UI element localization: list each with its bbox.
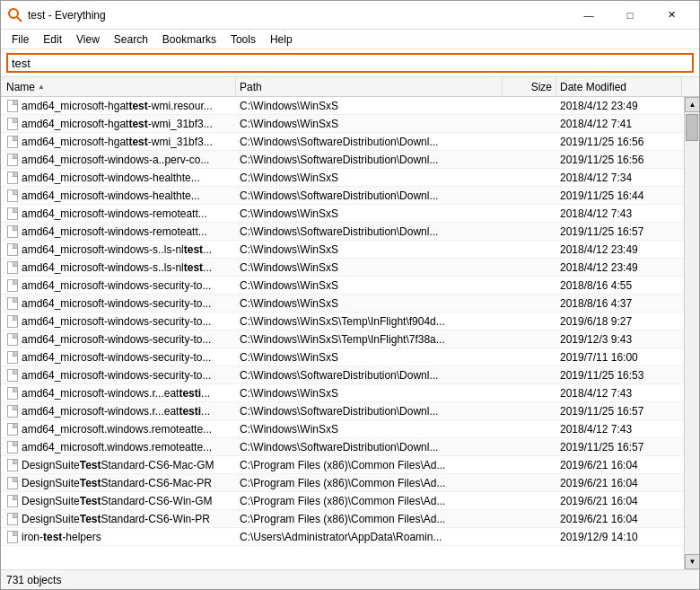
file-name-text: amd64_microsoft-windows-security-to...	[22, 333, 211, 346]
cell-name: amd64_microsoft-hgattest-wmi.resour...	[3, 100, 236, 112]
table-row[interactable]: amd64_microsoft.windows.remoteatte...C:\…	[1, 420, 684, 438]
table-row[interactable]: amd64_microsoft-windows-security-to...C:…	[1, 348, 684, 366]
cell-date: 2019/11/25 16:53	[556, 369, 682, 382]
column-header-size[interactable]: Size	[503, 77, 556, 97]
table-row[interactable]: amd64_microsoft-windows-s..ls-nltest...C…	[1, 259, 684, 277]
search-input[interactable]	[6, 53, 694, 73]
menu-item-view[interactable]: View	[69, 30, 107, 49]
table-row[interactable]: amd64_microsoft-windows-remoteatt...C:\W…	[1, 205, 684, 223]
svg-line-1	[17, 17, 22, 22]
file-name-text: amd64_microsoft-hgattest-wmi_31bf3...	[22, 136, 213, 148]
table-row[interactable]: DesignSuiteTestStandard-CS6-Mac-GMC:\Pro…	[1, 456, 684, 474]
table-header: Name ▲ Path Size Date Modified	[1, 77, 699, 97]
file-name-text: amd64_microsoft-hgattest-wmi.resour...	[22, 100, 213, 112]
table-row[interactable]: iron-test-helpersC:\Users\Administrator\…	[1, 528, 684, 546]
menu-item-file[interactable]: File	[4, 30, 36, 49]
table-row[interactable]: amd64_microsoft-windows-security-to...C:…	[1, 330, 684, 348]
file-name-text: amd64_microsoft-windows-security-to...	[22, 279, 211, 292]
column-header-name[interactable]: Name ▲	[3, 77, 236, 97]
cell-path: C:\Windows\SoftwareDistribution\Downl...	[236, 225, 503, 238]
cell-date: 2018/8/16 4:37	[556, 297, 682, 310]
sort-arrow-icon: ▲	[38, 83, 45, 91]
cell-name: amd64_microsoft-hgattest-wmi_31bf3...	[3, 118, 236, 130]
cell-date: 2019/11/25 16:44	[556, 189, 682, 202]
cell-name: amd64_microsoft-windows-a..perv-co...	[3, 154, 236, 166]
close-button[interactable]: ✕	[651, 1, 692, 30]
cell-name: amd64_microsoft-windows.r...eattesti...	[3, 405, 236, 418]
app-icon	[8, 8, 22, 22]
file-name-text: amd64_microsoft-windows.r...eattesti...	[22, 405, 210, 418]
cell-date: 2019/7/11 16:00	[556, 351, 682, 364]
menu-item-help[interactable]: Help	[263, 30, 300, 49]
table-row[interactable]: amd64_microsoft-windows-security-to...C:…	[1, 277, 684, 295]
cell-path: C:\Windows\WinSxS	[236, 207, 503, 220]
status-bar: 731 objects	[1, 569, 699, 589]
file-icon	[6, 459, 19, 471]
cell-name: amd64_microsoft-windows-security-to...	[3, 333, 236, 346]
cell-path: C:\Windows\WinSxS	[236, 297, 503, 310]
cell-path: C:\Users\Administrator\AppData\Roamin...	[236, 531, 503, 543]
file-icon	[6, 405, 19, 418]
table-row[interactable]: amd64_microsoft-hgattest-wmi.resour...C:…	[1, 97, 684, 115]
cell-path: C:\Program Files (x86)\Common Files\Ad..…	[236, 477, 503, 489]
cell-path: C:\Windows\WinSxS	[236, 118, 503, 130]
table-row[interactable]: DesignSuiteTestStandard-CS6-Win-GMC:\Pro…	[1, 492, 684, 510]
file-icon	[6, 100, 19, 112]
file-icon	[6, 531, 19, 543]
file-icon	[6, 189, 19, 202]
table-row[interactable]: amd64_microsoft-windows-security-to...C:…	[1, 295, 684, 313]
file-icon	[6, 154, 19, 166]
table-row[interactable]: amd64_microsoft.windows.remoteatte...C:\…	[1, 438, 684, 456]
table-row[interactable]: amd64_microsoft-windows-healthte...C:\Wi…	[1, 169, 684, 187]
menu-item-tools[interactable]: Tools	[223, 30, 263, 49]
column-header-date[interactable]: Date Modified	[556, 77, 682, 97]
table-row[interactable]: amd64_microsoft-windows-healthte...C:\Wi…	[1, 187, 684, 205]
cell-path: C:\Windows\SoftwareDistribution\Downl...	[236, 405, 503, 418]
cell-date: 2018/4/12 7:34	[556, 172, 682, 184]
table-row[interactable]: amd64_microsoft-windows-a..perv-co...C:\…	[1, 151, 684, 169]
menu-item-search[interactable]: Search	[107, 30, 155, 49]
scroll-down-button[interactable]: ▼	[685, 554, 699, 569]
cell-path: C:\Windows\WinSxS	[236, 172, 503, 184]
cell-path: C:\Windows\SoftwareDistribution\Downl...	[236, 441, 503, 454]
cell-name: amd64_microsoft-windows-s..ls-nltest...	[3, 261, 236, 274]
table-row[interactable]: amd64_microsoft-windows.r...eattesti...C…	[1, 402, 684, 420]
table-row[interactable]: amd64_microsoft-hgattest-wmi_31bf3...C:\…	[1, 115, 684, 133]
table-row[interactable]: amd64_microsoft-windows-security-to...C:…	[1, 366, 684, 384]
file-icon	[6, 387, 19, 400]
file-name-text: DesignSuiteTestStandard-CS6-Mac-GM	[22, 459, 214, 471]
maximize-button[interactable]: □	[609, 1, 651, 30]
table-row[interactable]: amd64_microsoft-windows-remoteatt...C:\W…	[1, 223, 684, 241]
file-name-text: amd64_microsoft-windows-healthte...	[22, 189, 200, 202]
file-icon	[6, 351, 19, 364]
file-icon	[6, 243, 19, 256]
title-bar: test - Everything — □ ✕	[1, 1, 699, 30]
minimize-button[interactable]: —	[568, 1, 609, 30]
table-row[interactable]: amd64_microsoft-windows-s..ls-nltest...C…	[1, 241, 684, 259]
cell-date: 2019/11/25 16:56	[556, 136, 682, 148]
file-name-text: DesignSuiteTestStandard-CS6-Mac-PR	[22, 477, 212, 489]
scroll-up-button[interactable]: ▲	[685, 97, 699, 112]
file-name-text: amd64_microsoft-windows-security-to...	[22, 351, 211, 364]
menu-item-bookmarks[interactable]: Bookmarks	[155, 30, 223, 49]
table-row[interactable]: DesignSuiteTestStandard-CS6-Win-PRC:\Pro…	[1, 510, 684, 528]
cell-name: amd64_microsoft-windows-security-to...	[3, 297, 236, 310]
scroll-track[interactable]	[685, 112, 699, 554]
file-name-text: amd64_microsoft-windows-remoteatt...	[22, 207, 207, 220]
file-name-text: amd64_microsoft-windows-s..ls-nltest...	[22, 261, 212, 274]
file-name-text: amd64_microsoft.windows.remoteatte...	[22, 441, 212, 454]
column-header-path[interactable]: Path	[236, 77, 503, 97]
menu-item-edit[interactable]: Edit	[36, 30, 69, 49]
cell-date: 2018/4/12 7:43	[556, 207, 682, 220]
vertical-scrollbar[interactable]: ▲ ▼	[684, 97, 699, 569]
table-row[interactable]: amd64_microsoft-windows.r...eattesti...C…	[1, 384, 684, 402]
table-row[interactable]: amd64_microsoft-hgattest-wmi_31bf3...C:\…	[1, 133, 684, 151]
cell-path: C:\Windows\WinSxS	[236, 261, 503, 274]
table-row[interactable]: amd64_microsoft-windows-security-to...C:…	[1, 313, 684, 330]
window-controls: — □ ✕	[568, 1, 692, 30]
cell-path: C:\Windows\WinSxS	[236, 387, 503, 400]
table-row[interactable]: DesignSuiteTestStandard-CS6-Mac-PRC:\Pro…	[1, 474, 684, 492]
cell-name: iron-test-helpers	[3, 531, 236, 543]
cell-name: amd64_microsoft-windows-security-to...	[3, 369, 236, 382]
scroll-thumb[interactable]	[686, 114, 698, 141]
